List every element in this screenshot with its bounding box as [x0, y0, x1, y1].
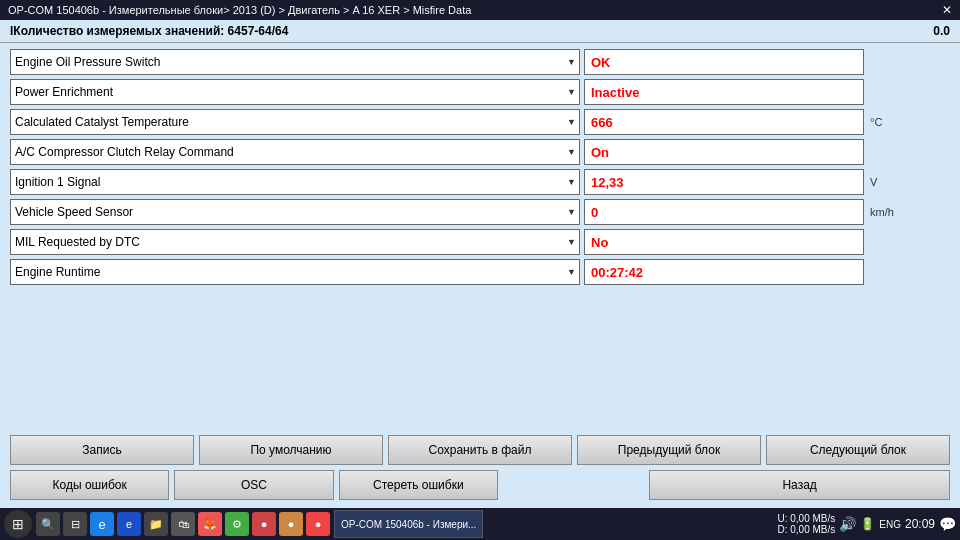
taskbar-icons: 🔍 ⊟ e e 📁 🛍 🦊 ⚙ ● ● ●	[36, 512, 330, 536]
taskbar-volume[interactable]: 🔊	[839, 516, 856, 532]
taskbar-app-label: OP-COM 150406b - Измери...	[341, 519, 476, 530]
taskbar-icon-ff[interactable]: 🦊	[198, 512, 222, 536]
sensor-select-8[interactable]: Engine Runtime	[10, 259, 580, 285]
btn-errors[interactable]: Коды ошибок	[10, 470, 169, 500]
title-text: OP-COM 150406b - Измерительные блоки> 20…	[8, 4, 471, 16]
btn-default[interactable]: По умолчанию	[199, 435, 383, 465]
btn-prev[interactable]: Предыдущий блок	[577, 435, 761, 465]
sensor-value-6: 0	[584, 199, 864, 225]
sensor-unit-3: °C	[868, 116, 908, 128]
sensor-value-4: On	[584, 139, 864, 165]
sensor-row: Vehicle Speed Sensor0km/h	[10, 199, 950, 225]
start-button[interactable]: ⊞	[4, 510, 32, 538]
taskbar-icon-task[interactable]: ⊟	[63, 512, 87, 536]
btn-save[interactable]: Сохранить в файл	[388, 435, 572, 465]
sensor-value-5: 12,33	[584, 169, 864, 195]
sensor-select-wrapper: Engine Runtime	[10, 259, 580, 285]
sensor-select-wrapper: Vehicle Speed Sensor	[10, 199, 580, 225]
sensor-select-6[interactable]: Vehicle Speed Sensor	[10, 199, 580, 225]
sensor-row: Engine Runtime00:27:42	[10, 259, 950, 285]
taskbar-icon-app4[interactable]: ●	[306, 512, 330, 536]
taskbar-active-app[interactable]: OP-COM 150406b - Измери...	[334, 510, 483, 538]
sensor-select-wrapper: Ignition 1 Signal	[10, 169, 580, 195]
sensor-select-5[interactable]: Ignition 1 Signal	[10, 169, 580, 195]
btn-clear[interactable]: Стереть ошибки	[339, 470, 498, 500]
title-bar: OP-COM 150406b - Измерительные блоки> 20…	[0, 0, 960, 20]
taskbar-icon-store[interactable]: 🛍	[171, 512, 195, 536]
taskbar-notification[interactable]: 💬	[939, 516, 956, 532]
btn-osc[interactable]: OSC	[174, 470, 333, 500]
sensor-select-4[interactable]: A/C Compressor Clutch Relay Command	[10, 139, 580, 165]
taskbar-battery: 🔋	[860, 517, 875, 531]
button-row-1: ЗаписьПо умолчаниюСохранить в файлПредыд…	[10, 435, 950, 465]
sensor-row: Ignition 1 Signal12,33V	[10, 169, 950, 195]
taskbar-right: U: 0,00 MB/sD: 0,00 MB/s 🔊 🔋 ENG 20:09 💬	[777, 513, 956, 535]
sensor-select-wrapper: MIL Requested by DTC	[10, 229, 580, 255]
btn-record[interactable]: Запись	[10, 435, 194, 465]
header-value: 0.0	[933, 24, 950, 38]
taskbar-network: U: 0,00 MB/sD: 0,00 MB/s	[777, 513, 835, 535]
sensor-select-wrapper: Power Enrichment	[10, 79, 580, 105]
sensor-row: MIL Requested by DTCNo	[10, 229, 950, 255]
button-row2-spacer	[503, 470, 644, 500]
sensor-value-2: Inactive	[584, 79, 864, 105]
sensor-select-3[interactable]: Calculated Catalyst Temperature	[10, 109, 580, 135]
taskbar-time: 20:09	[905, 517, 935, 531]
button-row-2: Коды ошибокOSCСтереть ошибкиНазад	[10, 470, 950, 500]
sensor-select-7[interactable]: MIL Requested by DTC	[10, 229, 580, 255]
taskbar: ⊞ 🔍 ⊟ e e 📁 🛍 🦊 ⚙ ● ● ● OP-COM 150406b -…	[0, 508, 960, 540]
content-area: Engine Oil Pressure SwitchOKPower Enrich…	[0, 43, 960, 427]
sensor-value-3: 666	[584, 109, 864, 135]
sensor-row: Power EnrichmentInactive	[10, 79, 950, 105]
sensor-unit-5: V	[868, 176, 908, 188]
taskbar-icon-app2[interactable]: ●	[252, 512, 276, 536]
sensor-select-wrapper: Engine Oil Pressure Switch	[10, 49, 580, 75]
sensor-value-1: OK	[584, 49, 864, 75]
taskbar-icon-folder[interactable]: 📁	[144, 512, 168, 536]
taskbar-lang: ENG	[879, 519, 901, 530]
btn-next[interactable]: Следующий блок	[766, 435, 950, 465]
sensor-row: Engine Oil Pressure SwitchOK	[10, 49, 950, 75]
header-bar: I Количество измеряемых значений: 64 57-…	[0, 20, 960, 43]
sensor-row: Calculated Catalyst Temperature666°C	[10, 109, 950, 135]
sensor-value-7: No	[584, 229, 864, 255]
sensor-unit-6: km/h	[868, 206, 908, 218]
sensor-row: A/C Compressor Clutch Relay CommandOn	[10, 139, 950, 165]
taskbar-icon-search[interactable]: 🔍	[36, 512, 60, 536]
sensor-select-wrapper: Calculated Catalyst Temperature	[10, 109, 580, 135]
taskbar-icon-app3[interactable]: ●	[279, 512, 303, 536]
main-window: I Количество измеряемых значений: 64 57-…	[0, 20, 960, 508]
taskbar-icon-ie[interactable]: e	[117, 512, 141, 536]
button-area: ЗаписьПо умолчаниюСохранить в файлПредыд…	[0, 427, 960, 508]
taskbar-icon-edge[interactable]: e	[90, 512, 114, 536]
header-counter: 57-64/64	[241, 24, 288, 38]
sensor-select-1[interactable]: Engine Oil Pressure Switch	[10, 49, 580, 75]
close-button[interactable]: ✕	[942, 3, 952, 17]
btn-back[interactable]: Назад	[649, 470, 950, 500]
sensor-value-8: 00:27:42	[584, 259, 864, 285]
sensor-select-wrapper: A/C Compressor Clutch Relay Command	[10, 139, 580, 165]
taskbar-icon-app1[interactable]: ⚙	[225, 512, 249, 536]
sensor-select-2[interactable]: Power Enrichment	[10, 79, 580, 105]
header-center: Количество измеряемых значений: 64	[13, 24, 241, 38]
